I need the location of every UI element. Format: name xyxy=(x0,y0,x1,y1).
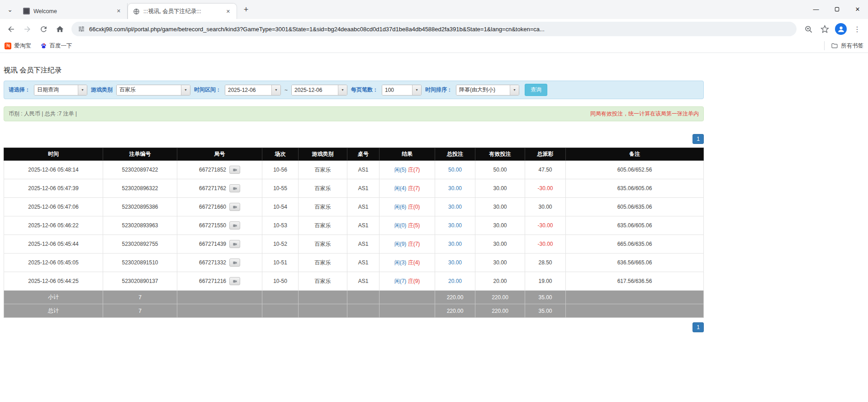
cell-total-bet[interactable]: 50.00 xyxy=(435,161,475,179)
video-replay-icon[interactable] xyxy=(229,277,240,285)
cell-remark: 636.56/665.06 xyxy=(566,254,704,272)
table-row: 2025-12-06 05:45:44 523020892755 6672714… xyxy=(4,235,704,254)
cell-remark: 605.06/652.56 xyxy=(566,161,704,179)
chevron-down-icon[interactable]: ▼ xyxy=(78,85,87,95)
result-banker: 庄(7) xyxy=(408,241,420,247)
chevron-down-icon[interactable]: ▼ xyxy=(181,85,190,95)
sort-order-input[interactable] xyxy=(456,85,510,95)
cell-time: 2025-12-06 05:45:05 xyxy=(4,254,103,272)
query-type-input[interactable] xyxy=(34,85,78,95)
page-number-button[interactable]: 1 xyxy=(693,134,704,144)
bookmark-label: 百度一下 xyxy=(50,42,72,50)
folder-icon xyxy=(831,42,838,49)
result-banker: 庄(7) xyxy=(408,167,420,173)
zoom-icon[interactable] xyxy=(801,22,816,36)
bookmark-star-icon[interactable] xyxy=(817,22,832,36)
column-header: 游戏类别 xyxy=(299,148,347,161)
tab-welcome[interactable]: Welcome ✕ xyxy=(18,3,128,19)
video-replay-icon[interactable] xyxy=(229,203,240,211)
cell-session: 10-50 xyxy=(262,272,299,291)
video-replay-icon[interactable] xyxy=(229,184,240,192)
minimize-button[interactable]: — xyxy=(806,0,826,18)
all-bookmarks[interactable]: 所有书签 xyxy=(824,41,863,50)
video-replay-icon[interactable] xyxy=(229,258,240,267)
sort-order-select[interactable]: ▼ xyxy=(456,85,519,96)
cell-bet-id: 523020896322 xyxy=(103,179,177,198)
page-size-select[interactable]: ▼ xyxy=(382,85,422,96)
tab-search-button[interactable]: ⌄ xyxy=(4,3,16,16)
cell-remark: 617.56/636.56 xyxy=(566,272,704,291)
pagination-top: 1 xyxy=(4,134,704,144)
table-row: 2025-12-06 05:46:22 523020893963 6672715… xyxy=(4,216,704,235)
cell-game-type: 百家乐 xyxy=(299,254,347,272)
filter-bar: 请选择： ▼ 游戏类别 ▼ 时间区间： ▼ ~ ▼ 每页笔数： ▼ 时间排序： … xyxy=(4,81,704,99)
cell-total-bet[interactable]: 30.00 xyxy=(435,254,475,272)
result-banker: 庄(9) xyxy=(408,278,420,284)
cell-total-bet[interactable]: 30.00 xyxy=(435,179,475,198)
tab-close-icon[interactable]: ✕ xyxy=(224,8,232,15)
cell-round: 667271660 xyxy=(177,198,262,216)
round-number: 667271439 xyxy=(199,241,226,247)
date-from-picker[interactable]: ▼ xyxy=(225,85,281,96)
browser-menu-icon[interactable]: ⋮ xyxy=(850,22,864,36)
date-from-input[interactable] xyxy=(225,85,271,95)
page-number-button[interactable]: 1 xyxy=(693,322,704,332)
bookmark-baidu[interactable]: 百度一下 xyxy=(40,42,72,50)
maximize-button[interactable] xyxy=(826,0,847,18)
bookmark-aitaobao[interactable]: 淘 爱淘宝 xyxy=(5,42,31,50)
video-replay-icon[interactable] xyxy=(229,166,240,174)
tab-betrecord[interactable]: :::视讯, 会员下注纪录::: ✕ xyxy=(128,3,237,19)
video-replay-icon[interactable] xyxy=(229,240,240,248)
date-to-picker[interactable]: ▼ xyxy=(291,85,347,96)
cell-table-no: AS1 xyxy=(347,179,379,198)
cell-total-bet[interactable]: 30.00 xyxy=(435,235,475,254)
table-row: 2025-12-06 05:45:05 523020891510 6672713… xyxy=(4,254,704,272)
cell-total-bet[interactable]: 30.00 xyxy=(435,198,475,216)
query-type-label: 请选择： xyxy=(9,86,30,94)
cell-time: 2025-12-06 05:46:22 xyxy=(4,216,103,235)
chevron-down-icon[interactable]: ▼ xyxy=(271,85,280,95)
game-type-select[interactable]: ▼ xyxy=(116,85,190,96)
chevron-down-icon[interactable]: ▼ xyxy=(338,85,347,95)
column-header: 注单编号 xyxy=(103,148,177,161)
summary-bar: 币别 : 人民币 | 总共 :7 注单 | 同局有效投注，统一计算在该局第一张注… xyxy=(4,106,704,121)
tab-title: :::视讯, 会员下注纪录::: xyxy=(143,8,221,15)
column-header: 局号 xyxy=(177,148,262,161)
page-size-input[interactable] xyxy=(382,85,412,95)
cell-payout: -30.00 xyxy=(525,216,566,235)
cell-payout: 19.00 xyxy=(525,272,566,291)
search-button[interactable]: 查询 xyxy=(525,84,547,96)
game-type-input[interactable] xyxy=(117,85,181,95)
home-icon[interactable] xyxy=(52,22,67,36)
query-type-select[interactable]: ▼ xyxy=(34,85,87,96)
cell-payout: -30.00 xyxy=(525,179,566,198)
total-payout: 35.00 xyxy=(525,304,566,318)
close-window-button[interactable]: ✕ xyxy=(847,0,868,18)
bet-records-table: 时间注单编号局号场次游戏类别桌号结果总投注有效投注总派彩备注 2025-12-0… xyxy=(4,148,704,318)
page-title: 视讯 会员下注纪录 xyxy=(4,66,704,75)
tab-close-icon[interactable]: ✕ xyxy=(115,7,123,15)
forward-icon[interactable] xyxy=(20,22,34,36)
cell-bet-id: 523020891510 xyxy=(103,254,177,272)
cell-total-bet[interactable]: 20.00 xyxy=(435,272,475,291)
back-icon[interactable] xyxy=(4,22,18,36)
tab-title: Welcome xyxy=(33,8,111,14)
cell-result: 闲(6) 庄(0) xyxy=(379,198,435,216)
subtotal-row: 小计 7 220.00 220.00 35.00 xyxy=(4,291,704,304)
cell-total-bet[interactable]: 30.00 xyxy=(435,216,475,235)
chevron-down-icon[interactable]: ▼ xyxy=(510,85,519,95)
result-player: 闲(6) xyxy=(394,204,407,210)
refresh-icon[interactable] xyxy=(36,22,51,36)
page-size-label: 每页笔数： xyxy=(351,86,378,94)
subtotal-payout: 35.00 xyxy=(525,291,566,304)
url-bar[interactable]: 66cxkj98.com/ipl/portal.php/game/betreco… xyxy=(71,22,797,36)
date-to-input[interactable] xyxy=(292,85,338,95)
subtotal-label: 小计 xyxy=(4,291,103,304)
new-tab-button[interactable]: + xyxy=(240,3,252,16)
summary-text: 币别 : 人民币 | 总共 :7 注单 | xyxy=(9,110,77,118)
site-info-icon[interactable] xyxy=(78,25,85,33)
profile-avatar[interactable] xyxy=(834,22,848,36)
video-replay-icon[interactable] xyxy=(229,221,240,230)
summary-note: 同局有效投注，统一计算在该局第一张注单内 xyxy=(590,110,699,118)
chevron-down-icon[interactable]: ▼ xyxy=(412,85,421,95)
